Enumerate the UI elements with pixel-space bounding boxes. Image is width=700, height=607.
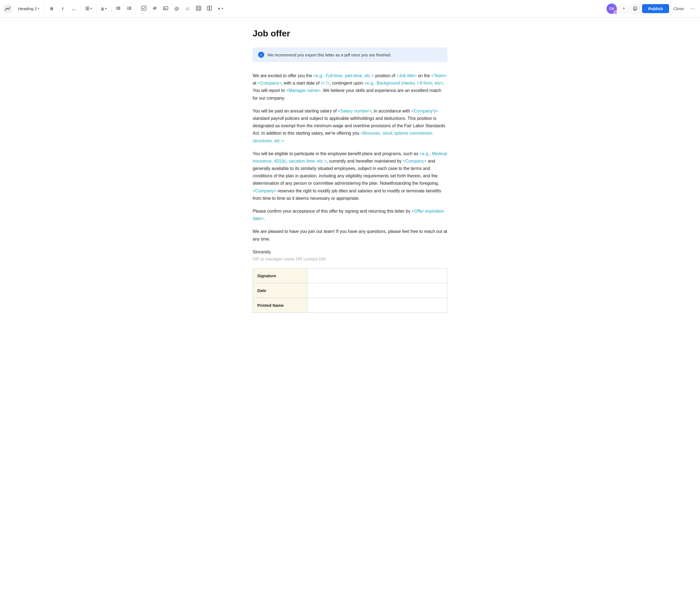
emoji-button[interactable]: ☺ (183, 4, 193, 14)
divider (81, 5, 81, 13)
placeholder-company-3[interactable]: <Company> (403, 159, 426, 163)
placeholder-company-2[interactable]: <Company's> (411, 109, 438, 113)
avatar-badge: C (614, 11, 617, 15)
numbered-list-button[interactable]: 1.2.3. (125, 4, 134, 14)
app-logo (3, 4, 12, 13)
placeholder-position-type[interactable]: <e.g., Full-time, part-time, etc.> (313, 74, 374, 78)
columns-button[interactable] (204, 4, 214, 14)
svg-text:3.: 3. (127, 8, 129, 10)
svg-point-3 (116, 8, 117, 9)
more-text-button[interactable]: … (69, 4, 79, 14)
placeholder-company-4[interactable]: <Company> (253, 189, 277, 193)
chevron-down-icon: ▾ (221, 7, 223, 11)
text-p1-before: We are excited to offer you the (253, 74, 313, 78)
divider (96, 5, 96, 13)
align-icon: ☰ (85, 6, 89, 11)
table-button[interactable] (194, 4, 203, 14)
signature-value-0[interactable] (308, 268, 447, 283)
close-button[interactable]: Close (671, 5, 686, 13)
info-icon: i (258, 52, 264, 58)
text-p2-2: , in accordance with (371, 109, 411, 113)
paragraph-2: You will be paid an annual starting sala… (253, 107, 447, 145)
text-p1-3: on the (417, 74, 431, 78)
heading-label: Heading 2 (18, 6, 37, 11)
bullet-list-button[interactable] (113, 4, 123, 14)
bold-button[interactable]: B (47, 4, 57, 14)
signature-value-2[interactable] (308, 298, 447, 313)
insert-icon: + (218, 6, 220, 11)
avatar[interactable]: CK C (607, 4, 617, 14)
avatar-sub-label: C (615, 11, 617, 14)
text-p1-2: position of (374, 74, 396, 78)
table-icon (196, 6, 201, 12)
svg-point-5 (116, 9, 117, 10)
placeholder-job-title[interactable]: <Job title> (396, 74, 417, 78)
info-banner: i We recommend you export this letter as… (253, 47, 447, 62)
task-button[interactable] (139, 4, 149, 14)
more-label: … (72, 6, 76, 11)
image-icon (163, 6, 168, 12)
bullet-list-icon (116, 6, 121, 12)
text-p3-before: You will be eligible to participate in t… (253, 151, 419, 156)
svg-rect-12 (129, 9, 131, 9)
svg-rect-21 (207, 6, 209, 11)
paragraph-3: You will be eligible to participate in t… (253, 150, 447, 202)
avatar-initials: CK (609, 6, 614, 11)
placeholder-start-date[interactable]: </ /> (321, 81, 329, 85)
heading-selector[interactable]: Heading 2 ▾ (15, 5, 42, 13)
publish-button[interactable]: Publish (642, 4, 669, 13)
placeholder-company-1[interactable]: <Company> (258, 81, 281, 85)
toolbar-right: CK C + Publish Close ··· (607, 4, 697, 14)
svg-rect-22 (210, 6, 212, 11)
text-p1-6: , contingent upon (329, 81, 364, 85)
svg-rect-2 (117, 7, 120, 7)
page-title[interactable]: Job offer (253, 28, 447, 39)
svg-rect-6 (117, 9, 120, 9)
close-label: Close (674, 6, 684, 11)
signature-table-row: Date (253, 283, 447, 298)
placeholder-contingent[interactable]: <e.g., Background checks, I-9 form, etc> (364, 81, 443, 85)
align-button[interactable]: ☰ ▾ (83, 4, 94, 14)
chevron-down-icon: ▾ (105, 7, 107, 11)
text-p1-5: , with a start date of (281, 81, 321, 85)
more-options-button[interactable]: ··· (688, 4, 697, 13)
bold-label: B (50, 6, 53, 11)
link-icon (152, 6, 157, 12)
mention-icon: @ (174, 6, 179, 11)
insert-button[interactable]: + ▾ (216, 4, 225, 14)
italic-label: I (62, 6, 63, 11)
placeholder-team[interactable]: <Team> (431, 74, 447, 78)
placeholder-manager[interactable]: <Manager name> (286, 88, 321, 93)
signature-table: SignatureDatePrinted Name (253, 268, 447, 313)
signature-label-1: Date (253, 283, 308, 298)
text-p4-before: Please confirm your acceptance of this o… (253, 209, 412, 213)
banner-text: We recommend you export this letter as a… (267, 53, 391, 57)
italic-button[interactable]: I (58, 4, 68, 14)
columns-icon (207, 6, 212, 12)
chevron-down-icon: ▾ (90, 7, 92, 11)
add-collaborator-button[interactable]: + (619, 4, 628, 14)
svg-rect-16 (196, 6, 201, 11)
signature-value-1[interactable] (308, 283, 447, 298)
toolbar: Heading 2 ▾ B I … ☰ ▾ A ▾ 1.2.3. (0, 0, 700, 18)
image-button[interactable] (161, 4, 171, 14)
font-color-icon: A (101, 6, 104, 11)
link-button[interactable] (150, 4, 160, 14)
divider (111, 5, 111, 13)
versions-button[interactable] (631, 4, 640, 14)
placeholder-salary[interactable]: <Salary number> (338, 109, 372, 113)
svg-rect-4 (117, 8, 120, 8)
divider (136, 5, 137, 13)
signature-label-2: Printed Name (253, 298, 308, 313)
chevron-down-icon: ▾ (38, 7, 39, 11)
paragraph-5: We are pleased to have you join our team… (253, 228, 447, 243)
mention-button[interactable]: @ (172, 4, 181, 14)
contact-placeholder[interactable]: HR or manager name HR contact info (253, 257, 447, 261)
divider (44, 5, 45, 13)
text-p2-before: You will be paid an annual starting sala… (253, 109, 338, 113)
font-color-button[interactable]: A ▾ (99, 4, 109, 14)
paragraph-1: We are excited to offer you the <e.g., F… (253, 72, 447, 102)
signature-label-0: Signature (253, 268, 308, 283)
svg-rect-8 (129, 7, 131, 7)
text-p1-4: at (253, 81, 258, 85)
